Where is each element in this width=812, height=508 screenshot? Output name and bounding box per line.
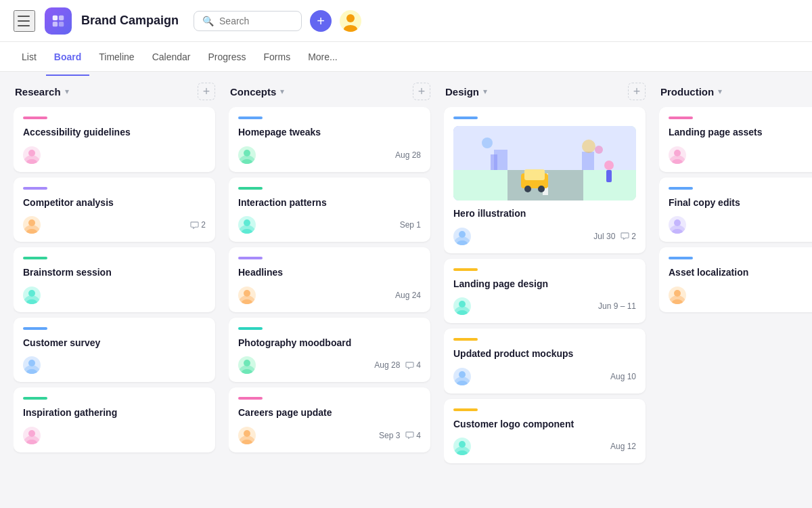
tab-calendar[interactable]: Calendar (144, 47, 199, 66)
card-meta: Aug 28 (395, 150, 421, 160)
column-header: Concepts▾+ (229, 83, 432, 100)
card-tag (453, 117, 478, 119)
chevron-down-icon[interactable]: ▾ (718, 87, 722, 96)
card-title: Customer survey (23, 337, 206, 350)
card-brainstorm-session[interactable]: Brainstorm session (14, 247, 215, 312)
card-hero-illustration[interactable]: Hero illustration Jul 30 2 (444, 107, 646, 253)
card-updated-product-mockups[interactable]: Updated product mockups Aug 10 (444, 329, 646, 394)
card-accessibility-guidelines[interactable]: Accessibility guidelines (14, 107, 215, 172)
card-avatar (23, 216, 41, 234)
card-careers-page-update[interactable]: Careers page update Sep 3 4 (229, 387, 430, 452)
tab-more[interactable]: More... (300, 47, 346, 66)
card-tag (23, 117, 47, 119)
card-avatar (238, 356, 256, 374)
card-tag (453, 408, 478, 411)
card-customer-logo-component[interactable]: Customer logo component Aug 12 (444, 399, 646, 464)
card-title: Inspiration gathering (23, 406, 206, 420)
card-tag (238, 327, 263, 330)
tab-timeline[interactable]: Timeline (91, 47, 142, 66)
svg-point-5 (344, 25, 357, 32)
card-competitor-analysis[interactable]: Competitor analysis 2 (14, 177, 215, 242)
svg-point-72 (674, 290, 681, 297)
tab-forms[interactable]: Forms (256, 47, 299, 66)
card-avatar (23, 146, 41, 164)
column-title-wrap: Production▾ (660, 86, 722, 98)
tab-board[interactable]: Board (46, 47, 89, 66)
card-footer: Aug 10 (453, 368, 636, 385)
card-footer: Jun 18 (669, 146, 812, 164)
card-interaction-patterns[interactable]: Interaction patterns Sep 1 (229, 177, 430, 242)
card-title: Interaction patterns (238, 196, 421, 210)
svg-point-50 (582, 140, 595, 153)
svg-point-16 (28, 360, 35, 366)
column-header: Design▾+ (444, 83, 647, 100)
tab-list[interactable]: List (14, 47, 45, 66)
column-research: Research▾+Accessibility guidelines Compe… (14, 83, 217, 497)
svg-rect-49 (606, 170, 612, 182)
column-title: Concepts (230, 86, 276, 98)
card-tag (669, 187, 693, 190)
svg-point-60 (459, 371, 466, 378)
comment-count: 4 (416, 431, 421, 440)
cards-list: Landing page assets Jun 18Final copy edi… (659, 107, 812, 497)
card-photography-moodboard[interactable]: Photography moodboard Aug 28 4 (229, 318, 430, 383)
card-footer: Aug 24 (238, 287, 421, 304)
card-date: Sep 3 (379, 431, 400, 440)
card-comments: 2 (190, 220, 206, 230)
column-add-button[interactable]: + (628, 83, 646, 100)
card-tag (238, 187, 263, 190)
card-avatar (453, 297, 471, 315)
card-comments: 4 (405, 360, 421, 370)
tab-progress[interactable]: Progress (200, 47, 254, 66)
card-avatar (453, 368, 471, 385)
hamburger-button[interactable] (14, 10, 35, 32)
card-footer: Jun 2 (669, 287, 812, 304)
card-meta: 2 (190, 220, 206, 230)
card-meta: Aug 28 4 (374, 360, 421, 370)
card-meta: Aug 10 (610, 372, 636, 381)
search-input[interactable] (219, 16, 293, 26)
card-avatar (669, 146, 686, 164)
card-meta: Jul 30 2 (593, 232, 636, 241)
card-asset-localization[interactable]: Asset localization Jun 2 (659, 247, 812, 312)
add-member-button[interactable]: + (310, 10, 332, 32)
card-title: Landing page assets (669, 126, 812, 140)
column-title: Research (15, 86, 61, 98)
svg-point-46 (524, 186, 531, 192)
card-homepage-tweaks[interactable]: Homepage tweaks Aug 28 (229, 107, 430, 172)
search-box[interactable]: 🔍 (194, 11, 302, 31)
svg-point-19 (28, 430, 35, 437)
card-tag (238, 397, 263, 400)
svg-point-47 (538, 186, 545, 192)
card-avatar (23, 287, 41, 304)
comment-count: 2 (201, 220, 206, 230)
card-title: Accessibility guidelines (23, 126, 206, 140)
card-tag (23, 257, 47, 259)
svg-point-7 (28, 150, 35, 156)
card-footer: 2 (23, 216, 206, 234)
column-add-button[interactable]: + (413, 83, 430, 100)
chevron-down-icon[interactable]: ▾ (65, 87, 69, 96)
card-customer-survey[interactable]: Customer survey (14, 318, 215, 383)
svg-point-69 (674, 219, 681, 226)
card-title: Careers page update (238, 406, 421, 420)
card-tag (23, 397, 47, 400)
card-landing-page-design[interactable]: Landing page design Jun 9 – 11 (444, 259, 646, 324)
column-design: Design▾+ (444, 83, 647, 497)
card-inspiration-gathering[interactable]: Inspiration gathering (14, 387, 215, 452)
svg-point-13 (28, 290, 35, 297)
topbar-right: 🔍 + (194, 10, 361, 32)
cards-list: Homepage tweaks Aug 28Interaction patter… (229, 107, 432, 497)
card-date: Jun 9 – 11 (598, 301, 636, 311)
card-title: Asset localization (669, 266, 812, 280)
card-avatar (238, 427, 256, 444)
card-headlines[interactable]: Headlines Aug 24 (229, 247, 430, 312)
column-add-button[interactable]: + (198, 83, 215, 100)
card-landing-page-assets[interactable]: Landing page assets Jun 18 (659, 107, 812, 172)
board: Research▾+Accessibility guidelines Compe… (0, 72, 812, 508)
chevron-down-icon[interactable]: ▾ (483, 87, 487, 96)
svg-point-28 (244, 290, 250, 297)
card-footer: Aug 12 (453, 438, 636, 455)
card-final-copy-edits[interactable]: Final copy edits Jun 6 (659, 177, 812, 242)
chevron-down-icon[interactable]: ▾ (280, 87, 284, 96)
